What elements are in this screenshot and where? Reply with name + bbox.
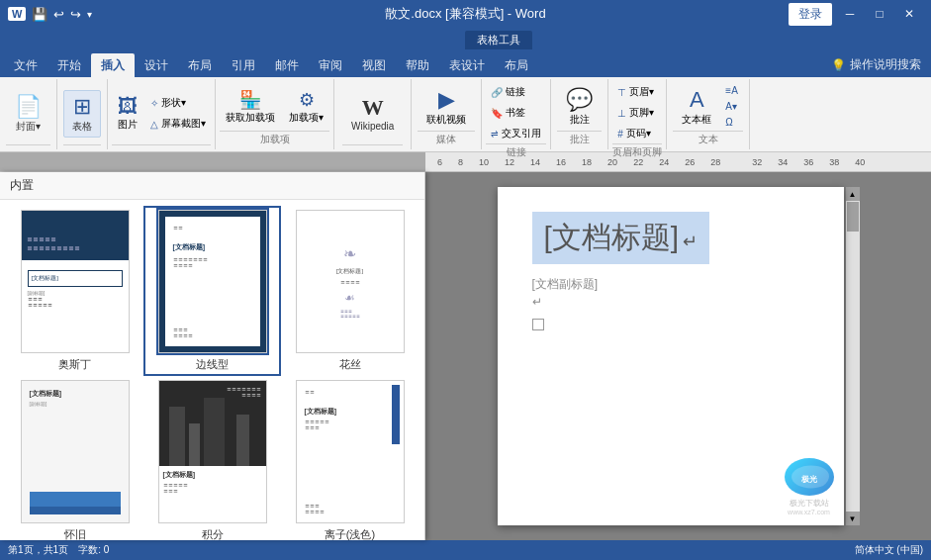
footer-button[interactable]: ⊥ 页脚▾ [612, 103, 662, 123]
maximize-button[interactable]: □ [866, 4, 893, 24]
group-label-media: 媒体 [418, 131, 475, 146]
shapes-icon: ✧ [150, 98, 158, 109]
minimize-button[interactable]: ─ [836, 4, 864, 24]
table-tools-bar: 表格工具 [0, 28, 931, 49]
group-label-text: 文本 [673, 131, 743, 146]
cover-border-preview: 〓〓 [文档标题] 〓〓〓〓〓〓〓〓〓〓〓 〓〓〓〓〓〓〓 [158, 210, 267, 353]
cover-gallery[interactable]: 内置 〓〓〓〓〓〓〓〓〓〓〓〓〓〓 [文档标题] [副标题]〓〓〓〓〓〓〓〓 [0, 172, 425, 540]
bookmark-button[interactable]: 🔖 书签 [486, 103, 546, 123]
cover-austin-item[interactable]: 〓〓〓〓〓〓〓〓〓〓〓〓〓〓 [文档标题] [副标题]〓〓〓〓〓〓〓〓 奥斯丁 [10, 210, 140, 372]
ribbon-group-illustrations: 🖼 图片 ✧ 形状▾ △ 屏幕截图▾ [108, 79, 216, 149]
cover-austin-preview: 〓〓〓〓〓〓〓〓〓〓〓〓〓〓 [文档标题] [副标题]〓〓〓〓〓〓〓〓 [21, 210, 130, 353]
wikipedia-button[interactable]: W Wikipedia [342, 91, 403, 136]
save-icon[interactable]: 💾 [32, 7, 47, 22]
get-addons-button[interactable]: 🏪 获取加载项 [220, 86, 281, 128]
tab-file[interactable]: 文件 [4, 53, 47, 77]
cover-btn-wrapper: 📄 封面▾ [6, 82, 50, 144]
cover-ion-preview: 〓〓 [文档标题] 〓〓〓〓〓〓〓〓 〓〓〓〓〓〓〓 [296, 380, 405, 523]
title-bar: W 💾 ↩ ↪ ▾ 散文.docx [兼容模式] - Word 登录 ─ □ ✕ [0, 0, 931, 28]
ribbon-group-comment: 💬 批注 批注 [551, 79, 608, 149]
document-area: [文档标题] ↵ [文档副标题] ↵ 极光 极光下载站 www.xz7.com [425, 172, 931, 540]
cover-border-item[interactable]: 〓〓 [文档标题] 〓〓〓〓〓〓〓〓〓〓〓 〓〓〓〓〓〓〓 边线型 [147, 210, 277, 372]
cover-ion-item[interactable]: 〓〓 [文档标题] 〓〓〓〓〓〓〓〓 〓〓〓〓〓〓〓 离子(浅色) [285, 380, 415, 540]
gallery-grid: 〓〓〓〓〓〓〓〓〓〓〓〓〓〓 [文档标题] [副标题]〓〓〓〓〓〓〓〓 奥斯丁 [0, 200, 424, 540]
comment-icon: 💬 [566, 87, 593, 113]
my-addons-button[interactable]: ⚙ 加载项▾ [283, 86, 329, 128]
cover-button[interactable]: 📄 封面▾ [6, 90, 50, 138]
cover-retro-item[interactable]: [文档标题] [副标题] 怀旧 [10, 380, 140, 540]
close-button[interactable]: ✕ [895, 4, 923, 24]
customize-icon[interactable]: ▾ [87, 9, 92, 20]
online-video-button[interactable]: ▶ 联机视频 [418, 83, 475, 131]
tab-design[interactable]: 设计 [135, 53, 178, 77]
scroll-up[interactable]: ▲ [846, 187, 860, 201]
tab-references[interactable]: 引用 [222, 53, 265, 77]
word-count: 第1页，共1页 [8, 543, 68, 557]
ruler: 6 8 10 12 14 16 18 20 22 24 26 28 32 34 … [0, 152, 931, 172]
tab-help[interactable]: 帮助 [396, 53, 439, 77]
word-icon: W [8, 7, 26, 21]
cover-icon: 📄 [15, 94, 42, 120]
tab-insert[interactable]: 插入 [91, 53, 135, 77]
document-page[interactable]: [文档标题] ↵ [文档副标题] ↵ 极光 极光下载站 www.xz7.com [498, 187, 844, 525]
watermark: 极光 极光下载站 www.xz7.com [785, 458, 834, 515]
tab-view[interactable]: 视图 [352, 53, 396, 77]
ribbon-group-links: 🔗 链接 🔖 书签 ⇌ 交叉引用 链接 [482, 79, 551, 149]
tab-review[interactable]: 审阅 [309, 53, 352, 77]
table-button[interactable]: ⊞ 表格 [63, 90, 101, 138]
shapes-button[interactable]: ✧ 形状▾ [145, 93, 211, 113]
tab-layout[interactable]: 布局 [178, 53, 222, 77]
hyperlink-button[interactable]: 🔗 链接 [486, 82, 546, 102]
header-button[interactable]: ⊤ 页眉▾ [612, 82, 662, 102]
cross-ref-icon: ⇌ [491, 129, 499, 139]
cover-filigree-item[interactable]: ❧ [文档标题] 〓〓〓〓 ☙ 〓〓〓〓〓〓〓〓 花丝 [285, 210, 415, 372]
footer-icon: ⊥ [617, 108, 626, 119]
scroll-thumb[interactable] [847, 202, 859, 232]
tab-mail[interactable]: 邮件 [265, 53, 309, 77]
cover-integral-item[interactable]: 〓〓〓〓〓〓〓〓〓〓〓 [文档标题] 〓〓〓〓〓〓〓〓 积分 [147, 380, 277, 540]
undo-icon[interactable]: ↩ [53, 7, 64, 22]
scroll-track[interactable] [846, 201, 860, 512]
text-align-btn1[interactable]: ≡A [720, 83, 743, 98]
filigree-label: 花丝 [339, 357, 361, 372]
link-icon: 🔗 [491, 87, 503, 98]
textbox-button[interactable]: A 文本框 [673, 83, 720, 131]
ribbon-content: 📄 封面▾ ⊞ 表格 🖼 图片 [0, 77, 931, 152]
lightbulb-icon: 💡 [831, 58, 846, 72]
border-label: 边线型 [196, 357, 229, 372]
redo-icon[interactable]: ↪ [70, 7, 81, 22]
ribbon-group-wiki: W Wikipedia [334, 79, 412, 149]
vertical-scrollbar[interactable]: ▲ ▼ [846, 187, 860, 525]
page-number-button[interactable]: # 页码▾ [612, 124, 662, 143]
doc-subtitle-arrow: ↵ [532, 295, 809, 309]
group-label-comment: 批注 [557, 131, 602, 146]
watermark-logo: 极光 [785, 458, 834, 496]
screenshot-icon: △ [150, 119, 158, 130]
cross-reference-button[interactable]: ⇌ 交叉引用 [486, 124, 546, 143]
title-bar-left: W 💾 ↩ ↪ ▾ [8, 7, 92, 22]
page-num-icon: # [617, 129, 623, 140]
integral-label: 积分 [202, 527, 224, 540]
addons-store-icon: 🏪 [239, 89, 261, 111]
ribbon-group-text: A 文本框 ≡A A▾ Ω 文本 [667, 79, 750, 149]
ribbon-group-cover: 📄 封面▾ [0, 79, 57, 149]
text-align-btn2[interactable]: A▾ [720, 99, 743, 114]
scroll-down[interactable]: ▼ [846, 512, 860, 525]
doc-title-text: [文档标题] [544, 221, 680, 253]
screenshot-button[interactable]: △ 屏幕截图▾ [145, 114, 211, 134]
ruler-numbers: 6 8 10 12 14 16 18 20 22 24 26 28 32 34 … [425, 152, 931, 171]
picture-button[interactable]: 🖼 图片 [112, 92, 143, 135]
doc-checkbox [532, 319, 544, 330]
text-align-btn3[interactable]: Ω [720, 115, 743, 130]
tab-table-layout[interactable]: 布局 [495, 53, 538, 77]
ribbon-group-addons: 🏪 获取加载项 ⚙ 加载项▾ 加载项 [216, 79, 334, 149]
group-label-table [63, 144, 101, 146]
login-button[interactable]: 登录 [789, 3, 832, 26]
tab-table-design[interactable]: 表设计 [439, 53, 495, 77]
bookmark-icon: 🔖 [491, 108, 503, 119]
group-label-pages [6, 144, 50, 146]
comment-button[interactable]: 💬 批注 [557, 83, 602, 131]
ribbon-group-header-footer: ⊤ 页眉▾ ⊥ 页脚▾ # 页码▾ 页眉和页脚 [608, 79, 667, 149]
help-search[interactable]: 💡 操作说明搜索 [821, 52, 931, 77]
tab-home[interactable]: 开始 [47, 53, 91, 77]
